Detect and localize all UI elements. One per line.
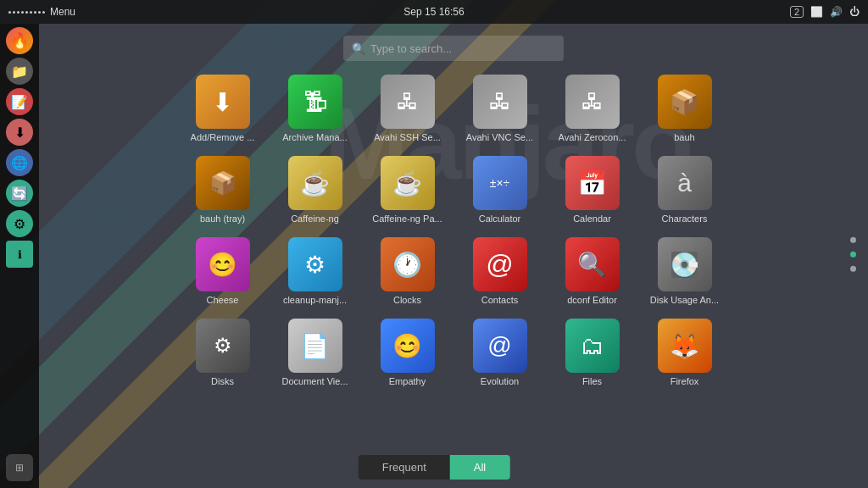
- app-item-characters[interactable]: àCharacters: [640, 152, 729, 227]
- app-item-caffeine-p[interactable]: ☕Caffeine-ng Pa...: [363, 152, 452, 227]
- app-label-docview: Document Vie...: [281, 376, 348, 386]
- page-dots: [850, 237, 856, 272]
- app-icon-contacts: @: [473, 237, 527, 291]
- app-item-addremove[interactable]: ⬇Add/Remove ...: [178, 71, 267, 146]
- search-input[interactable]: [370, 42, 555, 55]
- app-label-calculator: Calculator: [479, 214, 521, 224]
- dot-1[interactable]: [850, 237, 856, 243]
- app-label-bauh: bauh: [674, 132, 694, 142]
- sidebar-item-info[interactable]: ℹ: [6, 241, 33, 268]
- topbar-right: 2 ⬜ 🔊 ⏻: [790, 6, 860, 18]
- main-content: 🔍 ⬇Add/Remove ...🗜Archive Mana...🖧Avahi …: [39, 24, 868, 488]
- app-label-firefox: Firefox: [670, 376, 699, 386]
- app-icon-firefox: 🦊: [658, 319, 712, 373]
- sidebar-item-text[interactable]: 📝: [6, 88, 33, 115]
- app-icon-calendar: 📅: [565, 156, 620, 210]
- sidebar-item-download[interactable]: ⬇: [6, 119, 33, 146]
- app-icon-cheese: 😊: [196, 237, 250, 291]
- app-label-addremove: Add/Remove ...: [191, 132, 255, 142]
- app-label-archive: Archive Mana...: [282, 132, 347, 142]
- search-bar[interactable]: 🔍: [343, 36, 564, 61]
- app-item-ssh[interactable]: 🖧Avahi SSH Se...: [363, 71, 452, 146]
- app-item-zeroconf[interactable]: 🖧Avahi Zerocon...: [548, 71, 637, 146]
- app-icon-disks: ⚙: [196, 319, 250, 373]
- app-label-bauh-tray: bauh (tray): [200, 214, 245, 224]
- power-icon[interactable]: ⏻: [849, 6, 860, 18]
- app-item-firefox[interactable]: 🦊Firefox: [640, 315, 729, 390]
- app-label-diskusage: Disk Usage An...: [650, 295, 719, 305]
- menu-icon: [8, 11, 45, 14]
- app-label-caffeine: Caffeine-ng: [291, 214, 339, 224]
- app-item-cheese[interactable]: 😊Cheese: [178, 234, 267, 308]
- app-item-files[interactable]: 🗂Files: [548, 315, 637, 390]
- sidebar: 🔥 📁 📝 ⬇ 🌐 🔄 ⚙ ℹ ⊞: [0, 24, 39, 488]
- sidebar-item-globe[interactable]: 🌐: [6, 149, 33, 176]
- app-label-ssh: Avahi SSH Se...: [374, 132, 441, 142]
- sidebar-apps-grid[interactable]: ⊞: [6, 454, 33, 481]
- sidebar-item-firefox[interactable]: 🔥: [6, 27, 33, 54]
- menu-label[interactable]: Menu: [50, 6, 75, 18]
- bottom-tabs: Frequent All: [359, 455, 510, 480]
- tab-all[interactable]: All: [450, 455, 509, 480]
- topbar: Menu Sep 15 16:56 2 ⬜ 🔊 ⏻: [0, 0, 868, 24]
- app-item-vnc[interactable]: 🖧Avahi VNC Se...: [455, 71, 544, 146]
- app-item-disks[interactable]: ⚙Disks: [178, 315, 267, 390]
- apps-grid: ⬇Add/Remove ...🗜Archive Mana...🖧Avahi SS…: [170, 71, 737, 390]
- topbar-datetime: Sep 15 16:56: [403, 6, 464, 18]
- app-icon-clocks: 🕐: [381, 237, 435, 291]
- app-item-calendar[interactable]: 📅Calendar: [548, 152, 637, 227]
- app-icon-caffeine-p: ☕: [381, 156, 435, 210]
- app-icon-zeroconf: 🖧: [565, 75, 620, 129]
- app-icon-bauh: 📦: [658, 75, 712, 129]
- app-label-zeroconf: Avahi Zerocon...: [559, 132, 626, 142]
- app-item-clocks[interactable]: 🕐Clocks: [363, 234, 452, 308]
- app-item-calculator[interactable]: ±×÷Calculator: [455, 152, 544, 227]
- app-icon-calculator: ±×÷: [473, 156, 527, 210]
- app-label-contacts: Contacts: [481, 295, 518, 305]
- app-icon-addremove: ⬇: [196, 75, 250, 129]
- window-icon: ⬜: [810, 6, 823, 18]
- app-item-evolution[interactable]: @Evolution: [455, 315, 544, 390]
- app-icon-files: 🗂: [565, 319, 620, 373]
- app-item-docview[interactable]: 📄Document Vie...: [270, 315, 359, 390]
- app-item-cleanup[interactable]: ⚙cleanup-manj...: [270, 234, 359, 308]
- app-label-cleanup: cleanup-manj...: [283, 295, 347, 305]
- dot-2[interactable]: [850, 252, 856, 258]
- app-label-clocks: Clocks: [393, 295, 421, 305]
- app-icon-diskusage: 💽: [658, 237, 712, 291]
- app-label-files: Files: [582, 376, 602, 386]
- app-item-contacts[interactable]: @Contacts: [455, 234, 544, 308]
- app-item-empathy[interactable]: 😊Empathy: [363, 315, 452, 390]
- app-icon-characters: à: [658, 156, 712, 210]
- sidebar-item-settings[interactable]: ⚙: [6, 210, 33, 237]
- dot-3[interactable]: [850, 266, 856, 272]
- app-label-evolution: Evolution: [481, 376, 519, 386]
- app-label-calendar: Calendar: [573, 214, 611, 224]
- sidebar-item-update[interactable]: 🔄: [6, 180, 33, 207]
- app-icon-cleanup: ⚙: [288, 237, 342, 291]
- sidebar-item-files[interactable]: 📁: [6, 58, 33, 85]
- app-label-vnc: Avahi VNC Se...: [466, 132, 533, 142]
- app-icon-caffeine: ☕: [288, 156, 342, 210]
- app-icon-archive: 🗜: [288, 75, 342, 129]
- notification-badge[interactable]: 2: [790, 6, 804, 18]
- app-icon-empathy: 😊: [381, 319, 435, 373]
- app-item-dconf[interactable]: 🔍dconf Editor: [548, 234, 637, 308]
- tab-frequent[interactable]: Frequent: [359, 455, 450, 480]
- app-label-characters: Characters: [662, 214, 708, 224]
- app-label-disks: Disks: [211, 376, 234, 386]
- app-icon-vnc: 🖧: [473, 75, 527, 129]
- app-item-diskusage[interactable]: 💽Disk Usage An...: [640, 234, 729, 308]
- app-icon-evolution: @: [473, 319, 527, 373]
- volume-icon[interactable]: 🔊: [830, 6, 843, 18]
- app-label-dconf: dconf Editor: [567, 295, 617, 305]
- app-icon-dconf: 🔍: [565, 237, 620, 291]
- app-label-empathy: Empathy: [389, 376, 426, 386]
- app-item-bauh-tray[interactable]: 📦bauh (tray): [178, 152, 267, 227]
- app-icon-bauh-tray: 📦: [196, 156, 250, 210]
- app-item-archive[interactable]: 🗜Archive Mana...: [270, 71, 359, 146]
- app-label-cheese: Cheese: [207, 295, 239, 305]
- app-icon-ssh: 🖧: [381, 75, 435, 129]
- app-item-bauh[interactable]: 📦bauh: [640, 71, 729, 146]
- app-item-caffeine[interactable]: ☕Caffeine-ng: [270, 152, 359, 227]
